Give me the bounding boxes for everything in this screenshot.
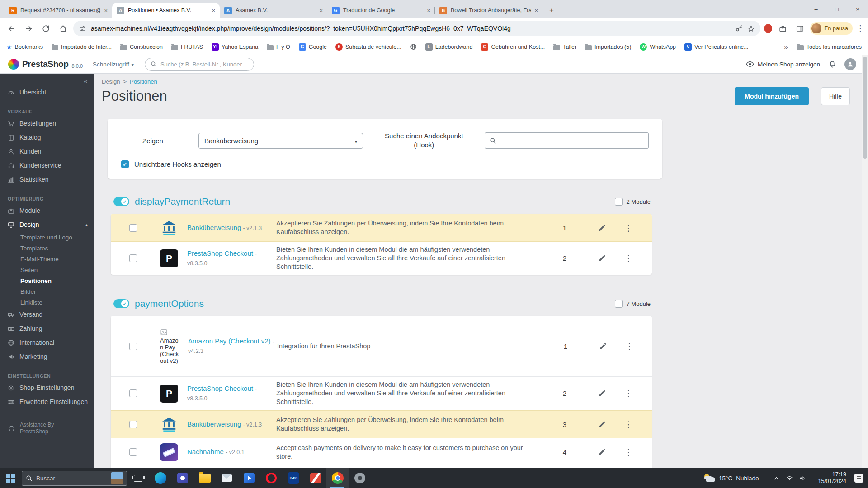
bookmark-geb-hren-und-kost[interactable]: GGebühren und Kost...: [481, 43, 545, 51]
add-module-button[interactable]: Modul hinzufügen: [735, 87, 809, 105]
hook-enabled-toggle[interactable]: [113, 197, 129, 206]
plus500-icon[interactable]: +500: [282, 468, 304, 488]
sidebar-item-versand[interactable]: Versand: [0, 308, 94, 322]
tab-close-icon[interactable]: ×: [534, 7, 538, 14]
bookmark-item[interactable]: [410, 43, 417, 50]
sidebar-item-module[interactable]: Module: [0, 204, 94, 218]
browser-tab[interactable]: G Traductor de Google ×: [327, 3, 435, 18]
maximize-button[interactable]: □: [826, 0, 847, 18]
sidebar-subitem-linkliste[interactable]: Linkliste: [0, 297, 94, 308]
hook-enabled-toggle[interactable]: [113, 299, 129, 308]
sidebar-item-zahlung[interactable]: Zahlung: [0, 322, 94, 336]
edit-module-button[interactable]: [597, 254, 606, 262]
sidebar-subitem-e-mail-theme[interactable]: E-Mail-Theme: [0, 253, 94, 264]
side-panel-icon[interactable]: [793, 22, 807, 35]
module-name-link[interactable]: PrestaShop Checkout: [187, 249, 253, 257]
bookmark-f-y-o[interactable]: F y O: [267, 44, 290, 50]
profile-chip[interactable]: En pausa: [810, 22, 853, 35]
sidebar-subitem-seiten[interactable]: Seiten: [0, 264, 94, 275]
bookmark-bookmarks[interactable]: ★Bookmarks: [6, 44, 43, 50]
task-view-icon[interactable]: [127, 468, 149, 488]
bookmark-frutas[interactable]: FRUTAS: [171, 44, 203, 50]
url-bar[interactable]: asamex-machines.nl/v41ieagthvqgekjf/inde…: [73, 21, 760, 36]
sidebar-item-design[interactable]: Design ▴: [0, 218, 94, 232]
module-checkbox[interactable]: [129, 448, 137, 456]
module-name-link[interactable]: Nachnahme: [187, 448, 224, 455]
volume-icon[interactable]: [799, 475, 806, 482]
breadcrumb-positionen[interactable]: Positionen: [130, 78, 157, 85]
module-name-link[interactable]: PrestaShop Checkout: [187, 385, 253, 392]
site-info-icon[interactable]: [79, 25, 86, 33]
notifications-bell-icon[interactable]: [828, 60, 836, 68]
browser-tab[interactable]: B Bowell Tractor Anbaugeräte, Fra ×: [435, 3, 542, 18]
sidebar-subitem-bilder[interactable]: Bilder: [0, 286, 94, 297]
admin-search-input[interactable]: [160, 61, 242, 68]
browser-tab[interactable]: A Asamex B.V. ×: [220, 3, 327, 18]
browser-tab[interactable]: R Request #234708 - nl.asamex@ ×: [5, 3, 112, 18]
new-tab-button[interactable]: +: [545, 4, 558, 17]
edge-icon[interactable]: [149, 468, 171, 488]
forward-button[interactable]: [22, 22, 35, 35]
edit-module-button[interactable]: [598, 343, 607, 350]
bookmark-construccion[interactable]: Construccion: [120, 44, 163, 50]
back-button[interactable]: [5, 22, 18, 35]
sidebar-item-kundenservice[interactable]: Kundenservice: [0, 159, 94, 173]
edit-module-button[interactable]: [597, 448, 606, 456]
taskbar-search-input[interactable]: [36, 475, 108, 482]
assistance-link[interactable]: Assistance By PrestaShop: [0, 422, 94, 435]
taskbar-search[interactable]: [22, 471, 127, 486]
module-checkbox[interactable]: [129, 389, 137, 397]
scrollbar-thumb[interactable]: [863, 57, 867, 159]
tab-close-icon[interactable]: ×: [104, 7, 108, 14]
module-checkbox[interactable]: [129, 343, 137, 350]
tab-close-icon[interactable]: ×: [319, 7, 323, 14]
adblock-extension-icon[interactable]: [764, 24, 772, 33]
breadcrumb-design[interactable]: Design: [102, 78, 120, 85]
invisible-hooks-checkbox[interactable]: [121, 160, 129, 168]
sidebar-item-bersicht[interactable]: Übersicht: [0, 85, 94, 99]
bookmark-ver-peliculas-online[interactable]: VVer Peliculas online...: [684, 43, 749, 51]
mail-app-icon[interactable]: [216, 468, 238, 488]
show-module-select[interactable]: Banküberweisung: [198, 133, 363, 149]
app-blue-icon[interactable]: [171, 468, 193, 488]
camera-app-icon[interactable]: [349, 468, 371, 488]
close-button[interactable]: ×: [847, 0, 868, 18]
all-bookmarks-button[interactable]: Todos los marcadores: [797, 44, 862, 50]
module-checkbox[interactable]: [129, 224, 137, 232]
sidebar-subitem-template-und-logo[interactable]: Template und Logo: [0, 232, 94, 243]
module-name-link[interactable]: Banküberweisung: [187, 224, 241, 231]
tab-close-icon[interactable]: ×: [427, 7, 430, 14]
sidebar-subitem-positionen[interactable]: Positionen: [0, 275, 94, 286]
start-button[interactable]: [0, 468, 22, 488]
module-menu-button[interactable]: ⋮: [624, 253, 632, 263]
opera-icon[interactable]: [260, 468, 282, 488]
extensions-puzzle-icon[interactable]: [776, 22, 789, 35]
module-menu-button[interactable]: ⋮: [625, 341, 633, 352]
sidebar-item-kunden[interactable]: Kunden: [0, 145, 94, 159]
bookmark-whatsapp[interactable]: WWhatsApp: [640, 43, 676, 51]
sidebar-collapse-button[interactable]: «: [84, 77, 88, 85]
sidebar-item-bestellungen[interactable]: Bestellungen: [0, 117, 94, 131]
file-explorer-icon[interactable]: [193, 468, 216, 488]
browser-tab[interactable]: A Positionen • Asamex B.V. ×: [112, 3, 220, 18]
bookmark-subasta-de-veh-culo[interactable]: SSubasta de vehículo...: [335, 43, 401, 51]
module-menu-button[interactable]: ⋮: [624, 447, 632, 457]
sidebar-item-statistiken[interactable]: Statistiken: [0, 173, 94, 187]
module-menu-button[interactable]: ⋮: [624, 223, 632, 233]
sidebar-item-erweiterte-einstellungen[interactable]: Erweiterte Einstellungen: [0, 395, 94, 409]
view-shop-link[interactable]: Meinen Shop anzeigen: [746, 60, 820, 68]
edit-module-button[interactable]: [597, 421, 606, 428]
module-checkbox[interactable]: [129, 421, 137, 428]
help-button[interactable]: Hilfe: [821, 87, 850, 105]
sidebar-subitem-templates[interactable]: Templates: [0, 243, 94, 253]
network-icon[interactable]: [786, 475, 793, 482]
edit-module-button[interactable]: [597, 389, 606, 397]
media-app-icon[interactable]: [238, 468, 260, 488]
bookmarks-overflow-chevron[interactable]: »: [784, 43, 788, 51]
sidebar-item-marketing[interactable]: Marketing: [0, 350, 94, 364]
browser-menu-button[interactable]: ⋮: [856, 23, 863, 33]
password-key-icon[interactable]: [735, 25, 743, 33]
module-checkbox[interactable]: [129, 254, 137, 262]
user-avatar[interactable]: [844, 58, 856, 70]
hook-search-input[interactable]: [500, 137, 648, 144]
